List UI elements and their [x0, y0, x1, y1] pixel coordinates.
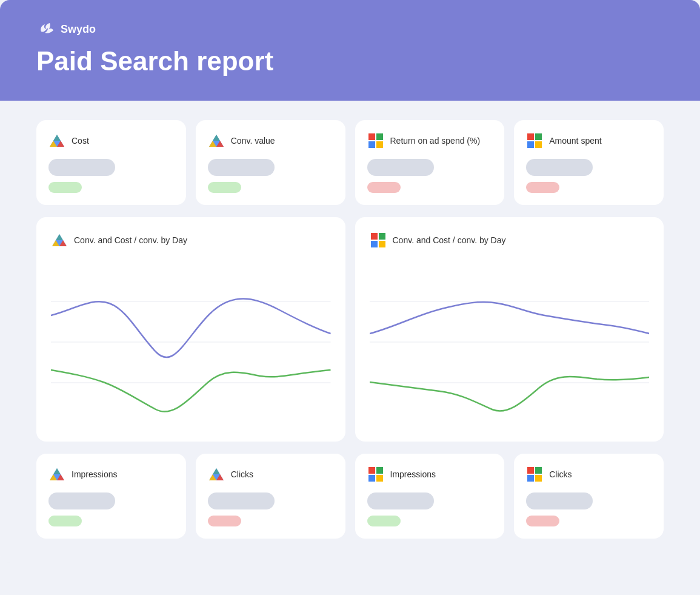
svg-rect-45: [535, 475, 542, 482]
card-title-roas: Return on ad spend (%): [390, 136, 481, 146]
chart-card-microsoft: Conv. and Cost / conv. by Day: [355, 217, 664, 442]
microsoft-icon: [367, 132, 384, 149]
value-skeleton: [526, 159, 593, 176]
bottom-card-ms-impressions: Impressions: [355, 454, 505, 539]
logo-area: Swydo: [36, 19, 664, 39]
chart-header-google: Conv. and Cost / conv. by Day: [51, 232, 331, 249]
svg-marker-5: [213, 135, 220, 141]
card-title-conv-value: Conv. value: [231, 136, 275, 146]
bottom-card-google-impressions: Impressions: [36, 454, 186, 539]
google-ads-icon: [51, 232, 68, 249]
logo-text: Swydo: [61, 23, 96, 36]
metric-card-amount-spent: Amount spent: [514, 120, 664, 205]
page-header: Swydo Paid Search report: [0, 0, 700, 101]
card-title-cost: Cost: [72, 136, 89, 146]
card-title-ms-clicks: Clicks: [549, 469, 572, 479]
bottom-card-ms-clicks: Clicks: [514, 454, 664, 539]
svg-marker-1: [53, 135, 61, 141]
svg-rect-40: [368, 475, 375, 482]
svg-rect-44: [527, 475, 534, 482]
card-title-amount-spent: Amount spent: [549, 136, 601, 146]
svg-rect-14: [527, 141, 534, 148]
metric-cards-row: Cost Conv. value: [36, 120, 664, 205]
card-title-google-clicks: Clicks: [231, 469, 253, 479]
svg-rect-8: [368, 133, 375, 140]
chart-title-microsoft: Conv. and Cost / conv. by Day: [393, 235, 506, 245]
value-skeleton: [526, 492, 593, 509]
google-ads-icon: [208, 466, 225, 483]
microsoft-icon: [370, 232, 387, 249]
google-ads-icon: [48, 132, 65, 149]
chart-card-google: Conv. and Cost / conv. by Day: [36, 217, 345, 442]
card-header-google-clicks: Clicks: [208, 466, 333, 483]
card-title-google-impressions: Impressions: [72, 469, 117, 479]
microsoft-chart-svg: [370, 261, 650, 425]
card-title-ms-impressions: Impressions: [390, 469, 436, 479]
card-header-conv-value: Conv. value: [208, 132, 333, 149]
change-skeleton: [526, 516, 559, 526]
svg-rect-24: [379, 233, 385, 240]
value-skeleton: [48, 492, 115, 509]
card-header-ms-impressions: Impressions: [367, 466, 493, 483]
card-header-google-impressions: Impressions: [48, 466, 174, 483]
svg-rect-39: [376, 467, 383, 474]
svg-marker-17: [56, 234, 63, 240]
metric-card-cost: Cost: [36, 120, 186, 205]
change-skeleton: [208, 182, 241, 193]
chart-cards-row: Conv. and Cost / conv. by Day: [36, 217, 664, 442]
change-skeleton: [48, 182, 82, 193]
main-content: Cost Conv. value: [0, 101, 700, 563]
svg-rect-23: [371, 233, 378, 240]
change-skeleton: [367, 182, 401, 193]
chart-title-google: Conv. and Cost / conv. by Day: [74, 235, 187, 245]
svg-marker-31: [53, 468, 61, 474]
card-header-ms-clicks: Clicks: [526, 466, 652, 483]
metric-card-roas: Return on ad spend (%): [355, 120, 505, 205]
change-skeleton: [526, 182, 559, 193]
swydo-logo-icon: [36, 19, 56, 39]
microsoft-icon: [526, 466, 543, 483]
value-skeleton: [208, 159, 275, 176]
page-title: Paid Search report: [36, 46, 664, 76]
microsoft-icon: [526, 132, 543, 149]
google-chart-svg: [51, 261, 331, 425]
change-skeleton: [367, 516, 401, 526]
svg-rect-43: [535, 467, 542, 474]
svg-rect-41: [376, 475, 383, 482]
svg-rect-10: [368, 141, 375, 148]
value-skeleton: [367, 159, 434, 176]
svg-rect-13: [535, 133, 542, 140]
svg-rect-12: [527, 133, 534, 140]
bottom-card-google-clicks: Clicks: [196, 454, 345, 539]
svg-rect-38: [368, 467, 375, 474]
microsoft-icon: [367, 466, 384, 483]
google-ads-icon: [208, 132, 225, 149]
value-skeleton: [367, 492, 434, 509]
change-skeleton: [48, 516, 82, 526]
svg-marker-35: [213, 468, 220, 474]
chart-header-microsoft: Conv. and Cost / conv. by Day: [370, 232, 650, 249]
card-header-cost: Cost: [48, 132, 174, 149]
change-skeleton: [208, 516, 241, 526]
svg-rect-42: [527, 467, 534, 474]
svg-rect-11: [376, 141, 383, 148]
value-skeleton: [208, 492, 275, 509]
svg-rect-26: [379, 241, 385, 247]
svg-rect-15: [535, 141, 542, 148]
value-skeleton: [48, 159, 115, 176]
google-ads-icon: [48, 466, 65, 483]
svg-rect-25: [371, 241, 378, 247]
bottom-cards-row: Impressions Clicks: [36, 454, 664, 539]
metric-card-conv-value: Conv. value: [196, 120, 345, 205]
card-header-roas: Return on ad spend (%): [367, 132, 493, 149]
svg-rect-9: [376, 133, 383, 140]
card-header-amount-spent: Amount spent: [526, 132, 652, 149]
